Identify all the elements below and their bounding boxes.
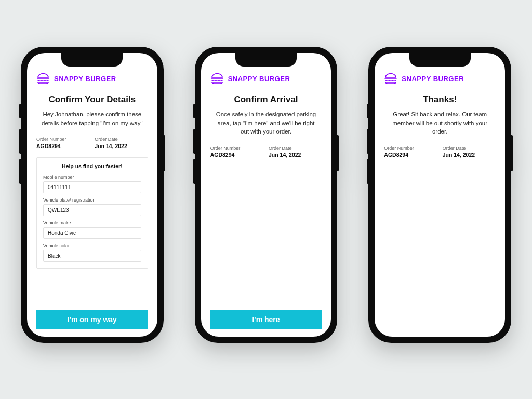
order-number-block: Order Number AGD8294	[36, 137, 89, 149]
spacer	[36, 269, 148, 302]
cta-zone: I'm on my way	[36, 310, 148, 329]
spacer	[210, 166, 322, 302]
burger-logo-icon	[210, 73, 224, 84]
order-date-block: Order Date Jun 14, 2022	[443, 145, 496, 158]
cta-zone: I'm here	[210, 310, 322, 329]
phone-side-key	[164, 135, 165, 171]
order-date-label: Order Date	[269, 145, 322, 151]
order-meta: Order Number AGD8294 Order Date Jun 14, …	[36, 137, 148, 149]
make-input[interactable]	[43, 227, 141, 239]
phone-mockup-2: SNAPPY BURGER Confirm Arrival Once safel…	[195, 47, 338, 343]
field-plate: Vehicle plate/ registration	[43, 197, 141, 216]
screen-content-confirm-arrival: SNAPPY BURGER Confirm Arrival Once safel…	[201, 53, 331, 337]
phone-mockup-3: SNAPPY BURGER Thanks! Great! Sit back an…	[368, 47, 511, 343]
phone-notch	[61, 53, 123, 66]
on-my-way-button[interactable]: I'm on my way	[36, 310, 148, 329]
mockup-stage: SNAPPY BURGER Confirm Your Details Hey J…	[0, 0, 532, 343]
plate-label: Vehicle plate/ registration	[43, 197, 141, 203]
phone-side-key	[511, 135, 513, 171]
brand-header: SNAPPY BURGER	[384, 73, 496, 84]
brand-name: SNAPPY BURGER	[402, 75, 464, 83]
page-title: Thanks!	[384, 95, 496, 105]
order-date-label: Order Date	[443, 145, 496, 151]
make-label: Vehicle make	[43, 220, 141, 225]
mobile-input[interactable]	[43, 181, 141, 193]
brand-name: SNAPPY BURGER	[54, 75, 116, 83]
order-date-block: Order Date Jun 14, 2022	[269, 145, 322, 158]
order-number-value: AGD8294	[384, 152, 437, 158]
order-date-label: Order Date	[95, 137, 148, 142]
phone-notch	[409, 53, 471, 66]
plate-input[interactable]	[43, 204, 141, 216]
spacer	[384, 166, 496, 329]
phone-mockup-1: SNAPPY BURGER Confirm Your Details Hey J…	[21, 47, 164, 343]
brand-name: SNAPPY BURGER	[228, 75, 290, 83]
order-number-value: AGD8294	[36, 143, 89, 149]
order-date-value: Jun 14, 2022	[443, 152, 496, 158]
field-mobile: Mobile number	[43, 175, 141, 193]
field-make: Vehicle make	[43, 220, 141, 239]
order-meta: Order Number AGD8294 Order Date Jun 14, …	[384, 145, 496, 158]
im-here-button[interactable]: I'm here	[210, 310, 322, 329]
order-number-label: Order Number	[384, 145, 437, 151]
order-number-block: Order Number AGD8294	[210, 145, 263, 158]
order-meta: Order Number AGD8294 Order Date Jun 14, …	[210, 145, 322, 158]
phone-frame: SNAPPY BURGER Confirm Your Details Hey J…	[21, 47, 164, 343]
field-color: Vehicle color	[43, 243, 141, 262]
screen-content-confirm-details: SNAPPY BURGER Confirm Your Details Hey J…	[27, 53, 157, 337]
phone-frame: SNAPPY BURGER Thanks! Great! Sit back an…	[368, 47, 511, 343]
order-date-block: Order Date Jun 14, 2022	[95, 137, 148, 149]
phone-screen: SNAPPY BURGER Confirm Your Details Hey J…	[27, 53, 157, 337]
page-subtitle: Hey Johnathan, please confirm these deta…	[36, 110, 148, 127]
page-subtitle: Once safely in the designated parking ar…	[210, 110, 322, 136]
phone-screen: SNAPPY BURGER Confirm Arrival Once safel…	[201, 53, 331, 337]
brand-header: SNAPPY BURGER	[36, 73, 148, 84]
burger-logo-icon	[384, 73, 397, 84]
mobile-label: Mobile number	[43, 175, 141, 180]
order-date-value: Jun 14, 2022	[95, 143, 148, 149]
color-label: Vehicle color	[43, 243, 141, 248]
page-title: Confirm Arrival	[210, 95, 322, 105]
order-number-label: Order Number	[210, 145, 263, 151]
burger-logo-icon	[36, 73, 50, 84]
phone-side-key	[337, 135, 339, 171]
order-number-value: AGD8294	[210, 152, 263, 158]
screen-content-thanks: SNAPPY BURGER Thanks! Great! Sit back an…	[375, 53, 505, 337]
brand-header: SNAPPY BURGER	[210, 73, 322, 84]
phone-screen: SNAPPY BURGER Thanks! Great! Sit back an…	[375, 53, 505, 337]
form-title: Help us find you faster!	[43, 163, 141, 169]
color-input[interactable]	[43, 250, 141, 262]
order-number-label: Order Number	[36, 137, 89, 142]
order-number-block: Order Number AGD8294	[384, 145, 437, 158]
phone-notch	[235, 53, 297, 66]
page-title: Confirm Your Details	[36, 95, 148, 105]
details-form-card: Help us find you faster! Mobile number V…	[36, 157, 148, 269]
order-date-value: Jun 14, 2022	[269, 152, 322, 158]
phone-frame: SNAPPY BURGER Confirm Arrival Once safel…	[195, 47, 338, 343]
page-subtitle: Great! Sit back and relax. Our team memb…	[384, 110, 496, 136]
